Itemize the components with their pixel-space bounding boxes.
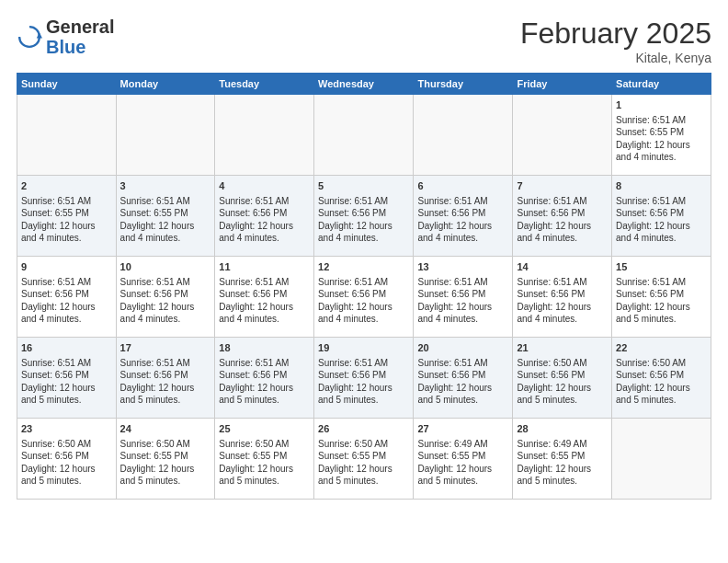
day-info-block: Sunrise: 6:51 AM Sunset: 6:56 PM Dayligh… — [21, 357, 112, 407]
week-row-5: 23Sunrise: 6:50 AM Sunset: 6:56 PM Dayli… — [17, 419, 711, 500]
calendar-cell: 17Sunrise: 6:51 AM Sunset: 6:56 PM Dayli… — [116, 338, 215, 419]
calendar-cell — [314, 95, 414, 176]
day-info-block: Sunrise: 6:51 AM Sunset: 6:56 PM Dayligh… — [517, 195, 608, 245]
day-number: 11 — [219, 260, 310, 274]
day-info-block: Sunrise: 6:51 AM Sunset: 6:56 PM Dayligh… — [120, 276, 211, 326]
calendar-cell: 7Sunrise: 6:51 AM Sunset: 6:56 PM Daylig… — [513, 176, 612, 257]
day-number: 20 — [417, 341, 508, 355]
day-number: 21 — [517, 341, 608, 355]
day-number: 7 — [517, 179, 608, 193]
calendar-cell: 16Sunrise: 6:51 AM Sunset: 6:56 PM Dayli… — [17, 338, 117, 419]
calendar-cell — [116, 95, 215, 176]
page: General Blue February 2025 Kitale, Kenya… — [0, 0, 728, 563]
weekday-header-monday: Monday — [116, 74, 215, 95]
calendar-cell: 21Sunrise: 6:50 AM Sunset: 6:56 PM Dayli… — [513, 338, 612, 419]
day-number: 25 — [219, 422, 310, 436]
day-info-block: Sunrise: 6:51 AM Sunset: 6:56 PM Dayligh… — [417, 357, 508, 407]
calendar-cell: 18Sunrise: 6:51 AM Sunset: 6:56 PM Dayli… — [215, 338, 314, 419]
logo-icon — [17, 24, 42, 50]
calendar-body: 1Sunrise: 6:51 AM Sunset: 6:55 PM Daylig… — [17, 95, 711, 500]
week-row-4: 16Sunrise: 6:51 AM Sunset: 6:56 PM Dayli… — [17, 338, 711, 419]
day-info-block: Sunrise: 6:51 AM Sunset: 6:56 PM Dayligh… — [318, 276, 409, 326]
calendar-cell: 23Sunrise: 6:50 AM Sunset: 6:56 PM Dayli… — [17, 419, 117, 500]
calendar-cell: 9Sunrise: 6:51 AM Sunset: 6:56 PM Daylig… — [17, 257, 117, 338]
calendar-cell: 24Sunrise: 6:50 AM Sunset: 6:55 PM Dayli… — [116, 419, 215, 500]
weekday-header-thursday: Thursday — [414, 74, 513, 95]
month-title: February 2025 — [520, 17, 711, 51]
day-number: 9 — [21, 260, 112, 274]
day-number: 4 — [219, 179, 310, 193]
calendar-cell: 14Sunrise: 6:51 AM Sunset: 6:56 PM Dayli… — [513, 257, 612, 338]
day-number: 3 — [120, 179, 211, 193]
calendar-cell: 10Sunrise: 6:51 AM Sunset: 6:56 PM Dayli… — [116, 257, 215, 338]
calendar-cell: 25Sunrise: 6:50 AM Sunset: 6:55 PM Dayli… — [215, 419, 314, 500]
day-number: 27 — [417, 422, 508, 436]
calendar-cell: 11Sunrise: 6:51 AM Sunset: 6:56 PM Dayli… — [215, 257, 314, 338]
day-info-block: Sunrise: 6:51 AM Sunset: 6:56 PM Dayligh… — [219, 276, 310, 326]
day-number: 22 — [616, 341, 707, 355]
day-number: 17 — [120, 341, 211, 355]
day-info-block: Sunrise: 6:50 AM Sunset: 6:56 PM Dayligh… — [21, 438, 112, 488]
day-number: 6 — [417, 179, 508, 193]
day-number: 24 — [120, 422, 211, 436]
title-block: February 2025 Kitale, Kenya — [520, 17, 711, 65]
day-info-block: Sunrise: 6:50 AM Sunset: 6:55 PM Dayligh… — [120, 438, 211, 488]
day-info-block: Sunrise: 6:51 AM Sunset: 6:56 PM Dayligh… — [219, 357, 310, 407]
weekday-header-friday: Friday — [513, 74, 612, 95]
day-number: 5 — [318, 179, 409, 193]
calendar-cell — [17, 95, 117, 176]
calendar-cell: 8Sunrise: 6:51 AM Sunset: 6:56 PM Daylig… — [612, 176, 711, 257]
day-number: 16 — [21, 341, 112, 355]
calendar-cell: 13Sunrise: 6:51 AM Sunset: 6:56 PM Dayli… — [414, 257, 513, 338]
calendar-cell: 6Sunrise: 6:51 AM Sunset: 6:56 PM Daylig… — [414, 176, 513, 257]
day-number: 26 — [318, 422, 409, 436]
day-number: 15 — [616, 260, 707, 274]
day-info-block: Sunrise: 6:51 AM Sunset: 6:55 PM Dayligh… — [616, 114, 707, 164]
weekday-header-tuesday: Tuesday — [215, 74, 314, 95]
weekday-row: SundayMondayTuesdayWednesdayThursdayFrid… — [17, 74, 711, 95]
weekday-header-wednesday: Wednesday — [314, 74, 414, 95]
day-number: 23 — [21, 422, 112, 436]
day-info-block: Sunrise: 6:51 AM Sunset: 6:56 PM Dayligh… — [219, 195, 310, 245]
day-info-block: Sunrise: 6:51 AM Sunset: 6:56 PM Dayligh… — [120, 357, 211, 407]
calendar-cell: 15Sunrise: 6:51 AM Sunset: 6:56 PM Dayli… — [612, 257, 711, 338]
location: Kitale, Kenya — [520, 51, 711, 65]
day-number: 2 — [21, 179, 112, 193]
week-row-1: 1Sunrise: 6:51 AM Sunset: 6:55 PM Daylig… — [17, 95, 711, 176]
calendar-table: SundayMondayTuesdayWednesdayThursdayFrid… — [17, 73, 711, 500]
day-info-block: Sunrise: 6:51 AM Sunset: 6:55 PM Dayligh… — [21, 195, 112, 245]
calendar-cell — [414, 95, 513, 176]
calendar-header: SundayMondayTuesdayWednesdayThursdayFrid… — [17, 74, 711, 95]
logo: General Blue — [17, 17, 114, 57]
calendar-cell: 27Sunrise: 6:49 AM Sunset: 6:55 PM Dayli… — [414, 419, 513, 500]
week-row-2: 2Sunrise: 6:51 AM Sunset: 6:55 PM Daylig… — [17, 176, 711, 257]
calendar-cell: 5Sunrise: 6:51 AM Sunset: 6:56 PM Daylig… — [314, 176, 414, 257]
day-number: 28 — [517, 422, 608, 436]
day-info-block: Sunrise: 6:50 AM Sunset: 6:55 PM Dayligh… — [318, 438, 409, 488]
calendar-cell — [215, 95, 314, 176]
day-number: 8 — [616, 179, 707, 193]
calendar-cell: 28Sunrise: 6:49 AM Sunset: 6:55 PM Dayli… — [513, 419, 612, 500]
calendar-cell: 12Sunrise: 6:51 AM Sunset: 6:56 PM Dayli… — [314, 257, 414, 338]
header: General Blue February 2025 Kitale, Kenya — [17, 17, 711, 65]
day-info-block: Sunrise: 6:49 AM Sunset: 6:55 PM Dayligh… — [517, 438, 608, 488]
day-info-block: Sunrise: 6:51 AM Sunset: 6:56 PM Dayligh… — [318, 357, 409, 407]
day-number: 1 — [616, 98, 707, 112]
week-row-3: 9Sunrise: 6:51 AM Sunset: 6:56 PM Daylig… — [17, 257, 711, 338]
day-number: 18 — [219, 341, 310, 355]
day-info-block: Sunrise: 6:51 AM Sunset: 6:56 PM Dayligh… — [616, 195, 707, 245]
day-info-block: Sunrise: 6:51 AM Sunset: 6:55 PM Dayligh… — [120, 195, 211, 245]
calendar-cell: 20Sunrise: 6:51 AM Sunset: 6:56 PM Dayli… — [414, 338, 513, 419]
day-info-block: Sunrise: 6:49 AM Sunset: 6:55 PM Dayligh… — [417, 438, 508, 488]
day-info-block: Sunrise: 6:50 AM Sunset: 6:56 PM Dayligh… — [517, 357, 608, 407]
day-number: 13 — [417, 260, 508, 274]
day-info-block: Sunrise: 6:50 AM Sunset: 6:56 PM Dayligh… — [616, 357, 707, 407]
day-info-block: Sunrise: 6:51 AM Sunset: 6:56 PM Dayligh… — [417, 195, 508, 245]
day-info-block: Sunrise: 6:51 AM Sunset: 6:56 PM Dayligh… — [21, 276, 112, 326]
calendar-cell — [513, 95, 612, 176]
logo-blue: Blue — [46, 37, 85, 57]
calendar-cell: 1Sunrise: 6:51 AM Sunset: 6:55 PM Daylig… — [612, 95, 711, 176]
day-number: 12 — [318, 260, 409, 274]
day-number: 19 — [318, 341, 409, 355]
calendar-cell: 4Sunrise: 6:51 AM Sunset: 6:56 PM Daylig… — [215, 176, 314, 257]
